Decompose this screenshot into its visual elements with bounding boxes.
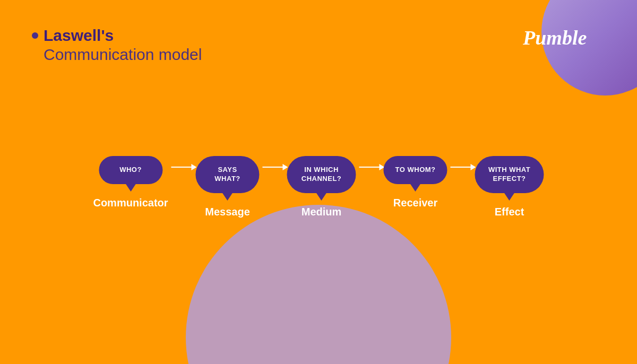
laswell-diagram: WHO? Communicator SAYS WHAT? Message IN … bbox=[93, 156, 544, 218]
bubble-communicator: WHO? bbox=[99, 156, 162, 184]
label-medium: Medium bbox=[302, 206, 342, 218]
title-line2-text: Communication model bbox=[44, 46, 202, 64]
label-receiver: Receiver bbox=[393, 197, 437, 209]
step-communicator: WHO? Communicator bbox=[93, 156, 168, 209]
step-receiver: TO WHOM? Receiver bbox=[384, 156, 447, 209]
pumble-logo: Pumble bbox=[520, 22, 589, 55]
step-effect: WITH WHATEFFECT? Effect bbox=[475, 156, 544, 218]
arrow-line-4 bbox=[451, 167, 472, 168]
arrow-line-2 bbox=[263, 167, 284, 168]
bubble-effect: WITH WHATEFFECT? bbox=[475, 156, 544, 193]
decorative-circle-bottom bbox=[186, 205, 451, 364]
label-effect: Effect bbox=[495, 206, 524, 218]
title-bold-text: Laswell's bbox=[44, 27, 114, 45]
step-message: SAYS WHAT? Message bbox=[196, 156, 260, 218]
title-area: Laswell's Communication model bbox=[32, 27, 202, 64]
arrow-2 bbox=[260, 167, 287, 168]
bubble-medium: IN WHICHCHANNEL? bbox=[287, 156, 356, 193]
title-line1: Laswell's bbox=[32, 27, 202, 45]
svg-text:Pumble: Pumble bbox=[522, 27, 587, 49]
title-bullet bbox=[32, 32, 38, 39]
step-medium: IN WHICHCHANNEL? Medium bbox=[287, 156, 356, 218]
arrow-line-3 bbox=[359, 167, 381, 168]
bubble-receiver: TO WHOM? bbox=[384, 156, 447, 184]
label-message: Message bbox=[205, 206, 250, 218]
arrow-4 bbox=[447, 167, 475, 168]
arrow-line-1 bbox=[171, 167, 193, 168]
arrow-1 bbox=[168, 167, 196, 168]
arrow-3 bbox=[356, 167, 384, 168]
label-communicator: Communicator bbox=[93, 197, 168, 209]
bubble-message: SAYS WHAT? bbox=[196, 156, 260, 193]
